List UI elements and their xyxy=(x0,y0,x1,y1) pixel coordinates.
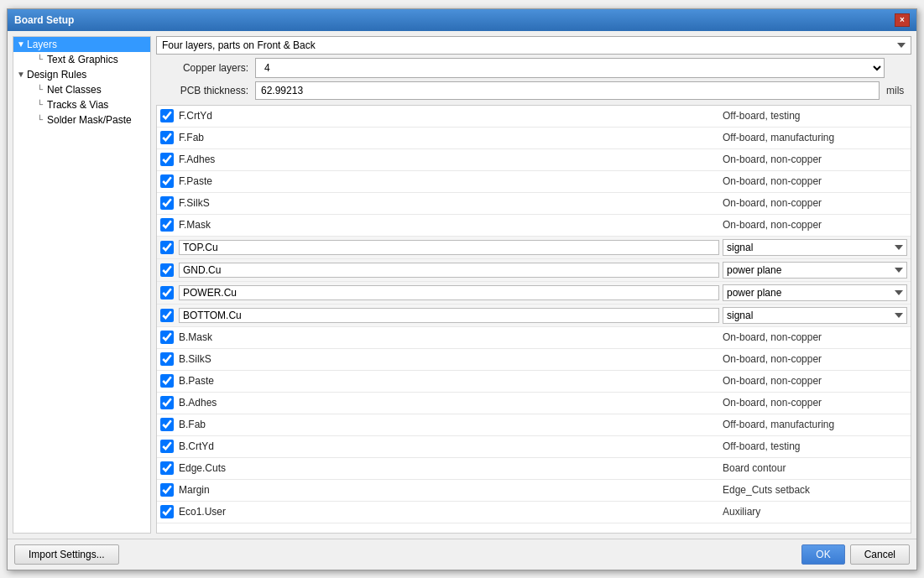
layer-row: F.CrtYdOff-board, testing xyxy=(157,106,911,128)
layer-name-input[interactable] xyxy=(179,308,719,323)
pcb-thickness-unit: mils xyxy=(886,85,911,96)
layer-row: MarginEdge_Cuts setback xyxy=(157,480,911,502)
layer-checkbox[interactable] xyxy=(160,109,174,122)
layer-type: Board contour xyxy=(723,462,907,474)
sidebar-item-net-classes[interactable]: └ Net Classes xyxy=(34,82,150,97)
layer-checkbox[interactable] xyxy=(160,418,174,431)
layer-name: F.Adhes xyxy=(179,154,723,165)
sidebar-sub-design-rules: └ Net Classes └ Tracks & Vias └ Solder M… xyxy=(13,82,150,128)
layers-list: F.CrtYdOff-board, testingF.FabOff-board,… xyxy=(157,106,911,523)
layer-type: On-board, non-copper xyxy=(723,397,907,409)
dialog-title: Board Setup xyxy=(14,14,74,26)
sidebar-item-tracks-vias[interactable]: └ Tracks & Vias xyxy=(34,97,150,112)
copper-layers-label: Copper layers: xyxy=(156,62,248,74)
layer-row: signalpower planemixedjumper xyxy=(157,282,911,305)
sub-icon-sm: └ xyxy=(37,115,47,124)
preset-dropdown[interactable]: Four layers, parts on Front & Back Two l… xyxy=(156,36,911,55)
layer-checkbox[interactable] xyxy=(160,396,174,409)
layer-checkbox[interactable] xyxy=(160,440,174,453)
layer-row: B.CrtYdOff-board, testing xyxy=(157,436,911,458)
sidebar-label-solder-mask: Solder Mask/Paste xyxy=(47,114,132,126)
layer-type: On-board, non-copper xyxy=(723,331,907,343)
layer-checkbox[interactable] xyxy=(160,331,174,344)
layer-row: F.AdhesOn-board, non-copper xyxy=(157,149,911,171)
copper-layers-row: Copper layers: 4 1 2 6 8 xyxy=(156,58,911,78)
layer-name-input[interactable] xyxy=(179,240,719,255)
layer-checkbox[interactable] xyxy=(160,153,174,166)
layer-type: Off-board, testing xyxy=(723,440,907,452)
layer-name: Margin xyxy=(179,484,723,496)
layer-type: On-board, non-copper xyxy=(723,197,907,209)
top-controls: Four layers, parts on Front & Back Two l… xyxy=(156,36,911,100)
layer-name: Edge.Cuts xyxy=(179,462,723,474)
layer-name-input[interactable] xyxy=(179,263,719,278)
layer-type: Off-board, manufacturing xyxy=(723,132,907,143)
layer-row: signalpower planemixedjumper xyxy=(157,259,911,282)
sidebar-item-layers[interactable]: ▼ Layers xyxy=(13,37,150,52)
layer-type-select[interactable]: signalpower planemixedjumper xyxy=(723,239,907,256)
main-content: Four layers, parts on Front & Back Two l… xyxy=(156,36,911,534)
cancel-button[interactable]: Cancel xyxy=(850,544,910,565)
layer-name-input[interactable] xyxy=(179,285,719,300)
dialog-footer: Import Settings... OK Cancel xyxy=(8,539,916,570)
sidebar-item-design-rules[interactable]: ▼ Design Rules xyxy=(13,67,150,82)
layer-type: Auxiliary xyxy=(723,506,907,518)
layer-type: On-board, non-copper xyxy=(723,375,907,387)
layer-type-select[interactable]: signalpower planemixedjumper xyxy=(723,262,907,279)
layer-checkbox[interactable] xyxy=(160,286,174,299)
layer-type: Off-board, testing xyxy=(723,110,907,122)
sidebar-item-solder-mask[interactable]: └ Solder Mask/Paste xyxy=(34,112,150,128)
layer-checkbox[interactable] xyxy=(160,174,174,188)
layer-type-select[interactable]: signalpower planemixedjumper xyxy=(723,284,907,301)
layer-checkbox[interactable] xyxy=(160,131,174,144)
layer-name: F.Mask xyxy=(179,219,723,231)
layer-row: B.PasteOn-board, non-copper xyxy=(157,371,911,393)
layer-row: B.SilkSOn-board, non-copper xyxy=(157,349,911,371)
layer-row: Eco1.UserAuxiliary xyxy=(157,502,911,523)
pcb-thickness-row: PCB thickness: mils xyxy=(156,81,911,100)
layer-type: On-board, non-copper xyxy=(723,353,907,365)
layer-type-select[interactable]: signalpower planemixedjumper xyxy=(723,307,907,324)
collapse-icon-dr: ▼ xyxy=(17,70,27,79)
layer-checkbox[interactable] xyxy=(160,196,174,210)
import-settings-button[interactable]: Import Settings... xyxy=(14,544,119,565)
layer-checkbox[interactable] xyxy=(160,505,174,518)
layer-name: F.CrtYd xyxy=(179,110,723,122)
layer-checkbox[interactable] xyxy=(160,241,174,254)
layer-row: Edge.CutsBoard contour xyxy=(157,458,911,480)
layer-name: Eco1.User xyxy=(179,506,723,518)
pcb-thickness-label: PCB thickness: xyxy=(156,85,248,96)
layer-checkbox[interactable] xyxy=(160,461,174,475)
sub-expand-icon: └ xyxy=(37,55,47,64)
preset-row: Four layers, parts on Front & Back Two l… xyxy=(156,36,911,55)
sidebar-label-design-rules: Design Rules xyxy=(27,69,86,81)
layer-name: B.CrtYd xyxy=(179,440,723,452)
layer-type: On-board, non-copper xyxy=(723,219,907,231)
sidebar-item-text-graphics[interactable]: └ Text & Graphics xyxy=(34,52,150,67)
layer-row: signalpower planemixedjumper xyxy=(157,237,911,259)
sub-icon-nc: └ xyxy=(37,85,47,94)
copper-layers-select[interactable]: 4 1 2 6 8 xyxy=(255,58,885,78)
layer-name: B.Mask xyxy=(179,331,723,343)
layer-checkbox[interactable] xyxy=(160,218,174,232)
layer-checkbox[interactable] xyxy=(160,309,174,322)
layer-row: F.PasteOn-board, non-copper xyxy=(157,171,911,193)
dialog-body: ▼ Layers └ Text & Graphics ▼ Design Rule… xyxy=(8,31,916,539)
layer-type: On-board, non-copper xyxy=(723,175,907,187)
sidebar-label-net-classes: Net Classes xyxy=(47,84,102,96)
layer-checkbox[interactable] xyxy=(160,374,174,388)
layer-checkbox[interactable] xyxy=(160,483,174,497)
pcb-thickness-input[interactable] xyxy=(255,81,880,100)
layer-name: B.SilkS xyxy=(179,353,723,365)
layer-name: F.Fab xyxy=(179,132,723,143)
layer-name: F.Paste xyxy=(179,175,723,187)
layer-checkbox[interactable] xyxy=(160,352,174,366)
sidebar-label-text-graphics: Text & Graphics xyxy=(47,54,118,65)
board-setup-dialog: Board Setup × ▼ Layers └ Text & Graphics… xyxy=(7,8,917,570)
sidebar-sub-layers: └ Text & Graphics xyxy=(13,52,150,67)
sub-icon-tv: └ xyxy=(37,100,47,109)
layer-checkbox[interactable] xyxy=(160,263,174,277)
close-button[interactable]: × xyxy=(895,13,910,27)
layer-row: B.MaskOn-board, non-copper xyxy=(157,327,911,349)
ok-button[interactable]: OK xyxy=(801,544,844,565)
